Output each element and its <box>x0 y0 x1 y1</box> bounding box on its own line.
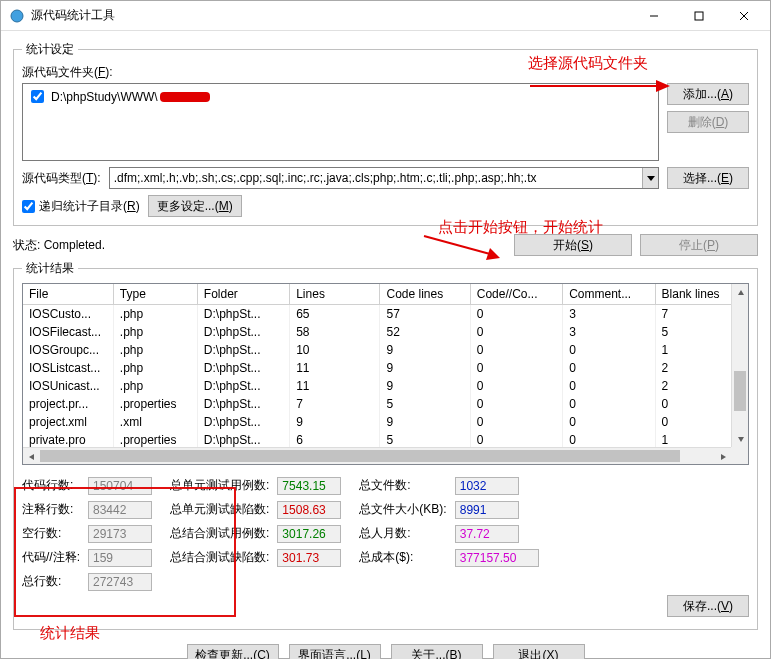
delete-button[interactable]: 删除(D) <box>667 111 749 133</box>
select-types-button[interactable]: 选择...(E) <box>667 167 749 189</box>
recursive-checkbox-input[interactable] <box>22 200 35 213</box>
exit-button[interactable]: 退出(X) <box>493 644 585 659</box>
svg-marker-7 <box>738 437 744 442</box>
svg-rect-2 <box>695 12 703 20</box>
table-cell: 58 <box>290 323 380 341</box>
col-codecomment[interactable]: Code//Co... <box>470 284 562 305</box>
table-cell: .properties <box>113 395 197 413</box>
scroll-down-icon[interactable] <box>732 430 749 447</box>
table-cell: 0 <box>470 341 562 359</box>
table-cell: .php <box>113 341 197 359</box>
table-cell: 9 <box>380 359 470 377</box>
table-cell: 9 <box>380 413 470 431</box>
more-settings-button[interactable]: 更多设定...(M) <box>148 195 242 217</box>
language-button[interactable]: 界面语言...(L) <box>289 644 381 659</box>
col-lines[interactable]: Lines <box>290 284 380 305</box>
code-lines-label: 代码行数: <box>22 477 80 495</box>
table-cell: D:\phpSt... <box>197 323 289 341</box>
scroll-corner <box>731 447 748 464</box>
scroll-thumb-h[interactable] <box>40 450 680 462</box>
settings-group: 统计设定 源代码文件夹(F): D:\phpStudy\WWW\ 添加...(A… <box>13 41 758 226</box>
col-type[interactable]: Type <box>113 284 197 305</box>
table-cell: IOSFilecast... <box>23 323 113 341</box>
table-cell: 3 <box>563 305 655 324</box>
start-button[interactable]: 开始(S) <box>514 234 632 256</box>
col-comment[interactable]: Comment... <box>563 284 655 305</box>
code-comment-label: 代码//注释: <box>22 549 80 567</box>
table-row[interactable]: IOSUnicast....phpD:\phpSt...119002 <box>23 377 748 395</box>
table-cell: 57 <box>380 305 470 324</box>
results-table[interactable]: File Type Folder Lines Code lines Code//… <box>22 283 749 465</box>
scroll-right-icon[interactable] <box>714 448 731 465</box>
results-group: 统计结果 File Type Folder Lin <box>13 260 758 630</box>
table-cell: IOSCusto... <box>23 305 113 324</box>
scroll-up-icon[interactable] <box>732 284 749 301</box>
table-row[interactable]: IOSGroupc....phpD:\phpSt...109001 <box>23 341 748 359</box>
about-button[interactable]: 关于...(B) <box>391 644 483 659</box>
table-cell: 11 <box>290 377 380 395</box>
table-row[interactable]: project.pr....propertiesD:\phpSt...75000 <box>23 395 748 413</box>
table-cell: D:\phpSt... <box>197 305 289 324</box>
table-cell: 9 <box>380 341 470 359</box>
table-cell: 0 <box>470 395 562 413</box>
table-cell: 0 <box>470 377 562 395</box>
unit-defects-value: 1508.63 <box>277 501 341 519</box>
horizontal-scrollbar[interactable] <box>23 447 731 464</box>
vertical-scrollbar[interactable] <box>731 284 748 447</box>
maximize-button[interactable] <box>676 2 721 30</box>
table-cell: D:\phpSt... <box>197 395 289 413</box>
folder-checkbox[interactable] <box>31 90 44 103</box>
table-row[interactable]: IOSCusto....phpD:\phpSt...6557037 <box>23 305 748 324</box>
table-cell: 0 <box>470 305 562 324</box>
code-comment-value: 159 <box>88 549 152 567</box>
totals-mid: 总单元测试用例数: 7543.15 总单元测试缺陷数: 1508.63 总结合测… <box>170 477 341 591</box>
comment-lines-value: 83442 <box>88 501 152 519</box>
col-codelines[interactable]: Code lines <box>380 284 470 305</box>
svg-marker-9 <box>721 454 726 460</box>
table-cell: .php <box>113 359 197 377</box>
recursive-label: 递归统计子目录(R) <box>39 198 140 215</box>
table-header-row[interactable]: File Type Folder Lines Code lines Code//… <box>23 284 748 305</box>
table-cell: .php <box>113 377 197 395</box>
table-row[interactable]: project.xml.xmlD:\phpSt...99000 <box>23 413 748 431</box>
stop-button[interactable]: 停止(P) <box>640 234 758 256</box>
folders-listbox[interactable]: D:\phpStudy\WWW\ <box>22 83 659 161</box>
col-folder[interactable]: Folder <box>197 284 289 305</box>
table-cell: .xml <box>113 413 197 431</box>
table-row[interactable]: IOSFilecast....phpD:\phpSt...5852035 <box>23 323 748 341</box>
int-cases-label: 总结合测试用例数: <box>170 525 269 543</box>
man-month-label: 总人月数: <box>359 525 446 543</box>
totals-right: 总文件数: 1032 总文件大小(KB): 8991 总人月数: 37.72 总… <box>359 477 538 591</box>
chevron-down-icon[interactable] <box>642 168 658 188</box>
check-update-button[interactable]: 检查更新...(C) <box>187 644 279 659</box>
table-cell: 11 <box>290 359 380 377</box>
minimize-button[interactable] <box>631 2 676 30</box>
add-button[interactable]: 添加...(A) <box>667 83 749 105</box>
table-cell: IOSListcast... <box>23 359 113 377</box>
table-cell: 0 <box>470 323 562 341</box>
bottom-buttons: 检查更新...(C) 界面语言...(L) 关于...(B) 退出(X) <box>13 644 758 659</box>
table-cell: IOSUnicast... <box>23 377 113 395</box>
cost-value: 377157.50 <box>455 549 539 567</box>
recursive-checkbox[interactable]: 递归统计子目录(R) <box>22 198 140 215</box>
close-button[interactable] <box>721 2 766 30</box>
svg-marker-8 <box>29 454 34 460</box>
unit-defects-label: 总单元测试缺陷数: <box>170 501 269 519</box>
table-cell: .php <box>113 305 197 324</box>
table-cell: 9 <box>380 377 470 395</box>
type-combo[interactable] <box>109 167 659 189</box>
unit-cases-label: 总单元测试用例数: <box>170 477 269 495</box>
table-cell: 0 <box>563 395 655 413</box>
man-month-value: 37.72 <box>455 525 519 543</box>
scroll-thumb-v[interactable] <box>734 371 746 411</box>
table-cell: D:\phpSt... <box>197 377 289 395</box>
table-cell: IOSGroupc... <box>23 341 113 359</box>
folder-item[interactable]: D:\phpStudy\WWW\ <box>27 86 654 107</box>
col-file[interactable]: File <box>23 284 113 305</box>
table-cell: project.pr... <box>23 395 113 413</box>
scroll-left-icon[interactable] <box>23 448 40 465</box>
table-row[interactable]: IOSListcast....phpD:\phpSt...119002 <box>23 359 748 377</box>
save-button[interactable]: 保存...(V) <box>667 595 749 617</box>
titlebar[interactable]: 源代码统计工具 <box>1 1 770 31</box>
table-cell: 52 <box>380 323 470 341</box>
